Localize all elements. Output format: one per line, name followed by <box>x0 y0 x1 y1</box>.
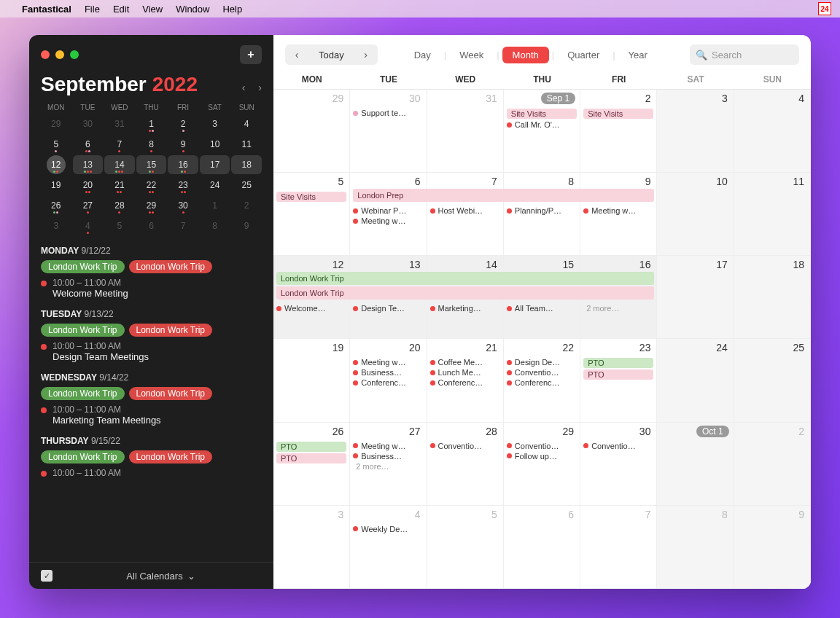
today-button[interactable]: Today <box>308 44 354 65</box>
mini-day[interactable]: 1 <box>200 196 230 215</box>
event-pill[interactable]: London Work Trip <box>41 260 125 273</box>
mini-day[interactable]: 12 <box>47 155 66 174</box>
day-cell[interactable]: 5Site Visits <box>273 173 350 256</box>
mini-day[interactable]: 29 <box>41 114 71 133</box>
day-cell[interactable]: 24 <box>657 339 734 422</box>
event-bar[interactable]: PTO <box>276 442 346 452</box>
mini-day[interactable]: 24 <box>200 176 230 195</box>
day-cell[interactable]: 25 <box>734 339 811 422</box>
event-item[interactable]: All Team… <box>507 304 577 313</box>
event-pill[interactable]: London Work Trip <box>41 324 125 337</box>
event-item[interactable]: Marketing… <box>430 304 500 313</box>
mini-day[interactable]: 27 <box>73 196 104 215</box>
mini-day[interactable]: 4 <box>231 114 262 133</box>
day-cell[interactable]: 4 <box>734 90 811 173</box>
day-cell[interactable]: 9Meeting w… <box>580 173 657 256</box>
agenda-event[interactable]: 10:00 – 11:00 AMWelcome Meeting <box>41 278 262 299</box>
event-bar[interactable]: PTO <box>583 369 653 380</box>
view-week[interactable]: Week <box>449 47 494 63</box>
mini-day[interactable]: 6 <box>136 216 167 235</box>
day-cell[interactable]: 6 <box>504 506 580 589</box>
day-cell[interactable]: 31 <box>427 90 504 173</box>
event-item[interactable]: Webinar P… <box>353 206 423 215</box>
mini-day[interactable]: 16 <box>168 155 198 174</box>
day-cell[interactable]: 17 <box>657 256 734 339</box>
mini-day[interactable]: 10 <box>200 135 230 154</box>
menu-edit[interactable]: Edit <box>113 4 129 15</box>
event-item[interactable]: Design De… <box>507 358 577 367</box>
event-bar[interactable]: Site Visits <box>583 109 653 119</box>
mini-day[interactable]: 19 <box>41 176 71 195</box>
event-span-bar[interactable]: London Work Trip <box>276 272 654 285</box>
event-item[interactable]: Conferenc… <box>353 378 423 387</box>
mini-day[interactable]: 8 <box>200 216 230 235</box>
view-quarter[interactable]: Quarter <box>557 47 610 63</box>
view-year[interactable]: Year <box>618 47 658 63</box>
day-cell[interactable]: 28Conventio… <box>427 423 504 506</box>
day-cell[interactable]: 10 <box>657 173 734 256</box>
sidebar-prev-month[interactable]: ‹ <box>242 82 246 93</box>
event-item[interactable]: Welcome… <box>276 304 346 313</box>
event-item[interactable]: Conventio… <box>507 368 577 377</box>
add-event-button[interactable]: + <box>240 45 262 64</box>
event-item[interactable]: Business… <box>353 452 423 461</box>
prev-button[interactable]: ‹ <box>285 44 308 65</box>
event-item[interactable]: Meeting w… <box>353 216 423 225</box>
mini-day[interactable]: 30 <box>73 114 104 133</box>
mini-day[interactable]: 28 <box>104 196 135 215</box>
day-cell[interactable]: 29 <box>273 90 350 173</box>
event-span-bar[interactable]: London Work Trip <box>276 286 654 300</box>
event-bar[interactable]: PTO <box>583 358 653 368</box>
day-cell[interactable]: 27Meeting w…Business…2 more… <box>350 423 427 506</box>
mini-day[interactable]: 4 <box>73 216 104 235</box>
day-cell[interactable]: 8Planning/P… <box>504 173 580 256</box>
mini-day[interactable]: 25 <box>231 176 262 195</box>
event-item[interactable]: Meeting w… <box>353 442 423 450</box>
mini-day[interactable]: 22 <box>136 176 167 195</box>
mini-day[interactable]: 11 <box>231 135 262 154</box>
day-cell[interactable]: 9 <box>734 506 811 589</box>
event-pill[interactable]: London Work Trip <box>41 450 125 464</box>
mini-day[interactable]: 9 <box>168 135 198 154</box>
event-pill[interactable]: London Work Trip <box>129 260 213 273</box>
day-cell[interactable]: 7Host Webi… <box>427 173 504 256</box>
calendars-toggle-checkbox[interactable]: ✓ <box>41 570 52 582</box>
mini-day[interactable]: 7 <box>168 216 198 235</box>
day-cell[interactable]: 23PTOPTO <box>580 339 657 422</box>
day-cell[interactable]: 30Support te… <box>350 90 427 173</box>
more-events[interactable]: 2 more… <box>583 304 653 313</box>
event-pill[interactable]: London Work Trip <box>129 387 213 400</box>
day-cell[interactable]: 5 <box>427 506 504 589</box>
event-item[interactable]: Conventio… <box>430 442 500 450</box>
day-cell[interactable]: 11 <box>734 173 811 256</box>
day-cell[interactable]: 2 <box>734 423 811 506</box>
mini-day[interactable]: 3 <box>41 216 71 235</box>
event-item[interactable]: Follow up… <box>507 452 577 461</box>
app-menu[interactable]: Fantastical <box>22 4 71 15</box>
sidebar-next-month[interactable]: › <box>258 82 262 93</box>
mini-day[interactable]: 21 <box>104 176 135 195</box>
agenda-event[interactable]: 10:00 – 11:00 AM <box>41 468 262 478</box>
mini-day[interactable]: 17 <box>200 155 230 174</box>
day-cell[interactable]: 3 <box>657 90 734 173</box>
event-item[interactable]: Conferenc… <box>430 378 500 387</box>
close-button[interactable] <box>41 50 50 59</box>
mini-day[interactable]: 7 <box>104 135 135 154</box>
agenda-event[interactable]: 10:00 – 11:00 AMMarketing Team Meetings <box>41 404 262 426</box>
event-item[interactable]: Call Mr. O'… <box>507 120 577 129</box>
mini-day[interactable]: 6 <box>73 135 104 154</box>
day-cell[interactable]: 21Coffee Me…Lunch Me…Conferenc… <box>427 339 504 422</box>
mini-day[interactable]: 9 <box>231 216 262 235</box>
menu-help[interactable]: Help <box>222 4 242 15</box>
mini-day[interactable]: 5 <box>41 135 71 154</box>
mini-day[interactable]: 29 <box>136 196 167 215</box>
mini-day[interactable]: 23 <box>168 176 198 195</box>
event-bar[interactable]: Site Visits <box>507 109 577 119</box>
event-item[interactable]: Conferenc… <box>507 378 577 387</box>
mini-day[interactable]: 2 <box>231 196 262 215</box>
event-item[interactable]: Meeting w… <box>583 206 653 215</box>
menu-window[interactable]: Window <box>176 4 209 15</box>
day-cell[interactable]: 19 <box>273 339 350 422</box>
day-cell[interactable]: 8 <box>657 506 734 589</box>
mini-day[interactable]: 18 <box>231 155 262 174</box>
